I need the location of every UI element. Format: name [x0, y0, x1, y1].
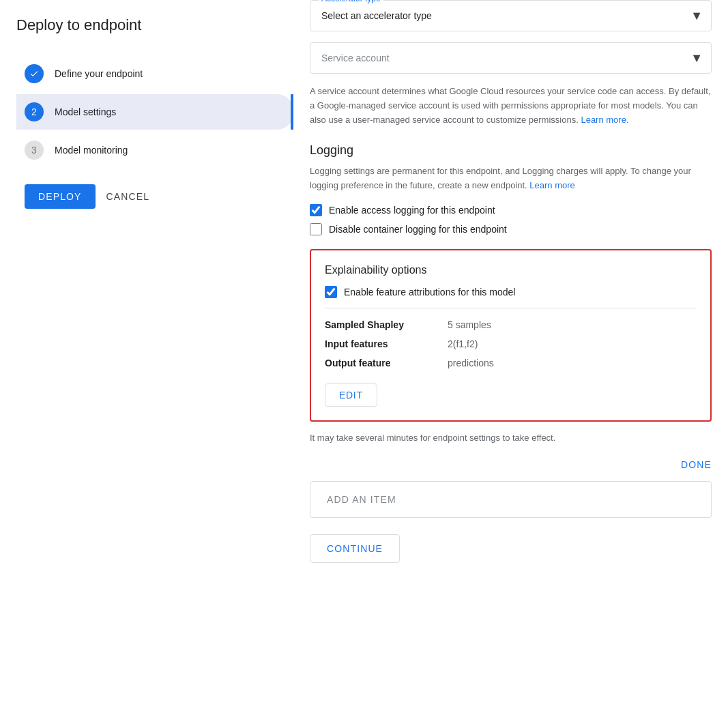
accelerator-type-select[interactable]: Select an accelerator type — [310, 1, 711, 31]
input-features-row: Input features 2(f1,f2) — [325, 334, 697, 353]
service-account-description: A service account determines what Google… — [310, 85, 712, 127]
sampled-shapley-key: Sampled Shapley — [325, 319, 448, 330]
access-logging-row: Enable access logging for this endpoint — [310, 204, 712, 216]
step-label-define-endpoint: Define your endpoint — [55, 68, 143, 79]
container-logging-row: Disable container logging for this endpo… — [310, 223, 712, 235]
output-feature-value: predictions — [448, 358, 494, 368]
accelerator-type-label: Accelerator type — [319, 0, 383, 3]
explainability-table: Sampled Shapley 5 samples Input features… — [325, 308, 697, 373]
main-content: Accelerator type Select an accelerator t… — [293, 0, 728, 726]
deploy-button[interactable]: DEPLOY — [25, 184, 96, 209]
explainability-options-box: Explainability options Enable feature at… — [310, 249, 712, 422]
enable-feature-attributions-row: Enable feature attributions for this mod… — [325, 286, 697, 298]
container-logging-checkbox[interactable] — [310, 223, 322, 235]
step-circle-3: 3 — [25, 141, 44, 160]
output-feature-row: Output feature predictions — [325, 353, 697, 373]
input-features-key: Input features — [325, 338, 448, 349]
input-features-value: 2(f1,f2) — [448, 338, 478, 349]
notice-text: It may take several minutes for endpoint… — [310, 433, 712, 443]
logging-description: Logging settings are permanent for this … — [310, 164, 712, 193]
output-feature-key: Output feature — [325, 358, 448, 368]
sidebar-item-model-settings[interactable]: 2 Model settings — [16, 94, 293, 130]
continue-row: CONTINUE — [310, 529, 712, 568]
done-button[interactable]: DONE — [681, 459, 712, 470]
explainability-title: Explainability options — [325, 264, 697, 276]
access-logging-label: Enable access logging for this endpoint — [329, 205, 495, 216]
step-circle-done — [25, 64, 44, 83]
service-account-placeholder: Service account — [310, 43, 711, 73]
sidebar-item-define-endpoint[interactable]: Define your endpoint — [16, 56, 293, 91]
continue-button[interactable]: CONTINUE — [310, 534, 400, 563]
step-circle-2: 2 — [25, 102, 44, 121]
sidebar-item-model-monitoring[interactable]: 3 Model monitoring — [16, 132, 293, 168]
sidebar: Deploy to endpoint Define your endpoint … — [0, 0, 293, 726]
service-account-dropdown[interactable]: Service account ▼ — [310, 42, 712, 74]
service-account-arrow: ▼ — [690, 51, 703, 66]
sidebar-actions: DEPLOY CANCEL — [16, 184, 293, 209]
cancel-button[interactable]: CANCEL — [106, 191, 150, 202]
step-label-model-monitoring: Model monitoring — [55, 145, 128, 156]
done-row: DONE — [310, 459, 712, 470]
container-logging-label: Disable container logging for this endpo… — [329, 224, 507, 235]
accelerator-type-dropdown[interactable]: Accelerator type Select an accelerator t… — [310, 0, 712, 31]
edit-button[interactable]: EDIT — [325, 383, 377, 407]
feature-attributions-label: Enable feature attributions for this mod… — [344, 287, 515, 297]
add-item-row[interactable]: ADD AN ITEM — [310, 481, 712, 518]
logging-learn-more-link[interactable]: Learn more — [529, 180, 574, 190]
page-title: Deploy to endpoint — [16, 16, 293, 34]
service-account-learn-more-link[interactable]: Learn more. — [581, 115, 628, 125]
step-label-model-settings: Model settings — [55, 106, 116, 117]
sampled-shapley-value: 5 samples — [448, 319, 491, 330]
logging-section-title: Logging — [310, 143, 712, 158]
feature-attributions-checkbox[interactable] — [325, 286, 337, 298]
access-logging-checkbox[interactable] — [310, 204, 322, 216]
sampled-shapley-row: Sampled Shapley 5 samples — [325, 315, 697, 334]
